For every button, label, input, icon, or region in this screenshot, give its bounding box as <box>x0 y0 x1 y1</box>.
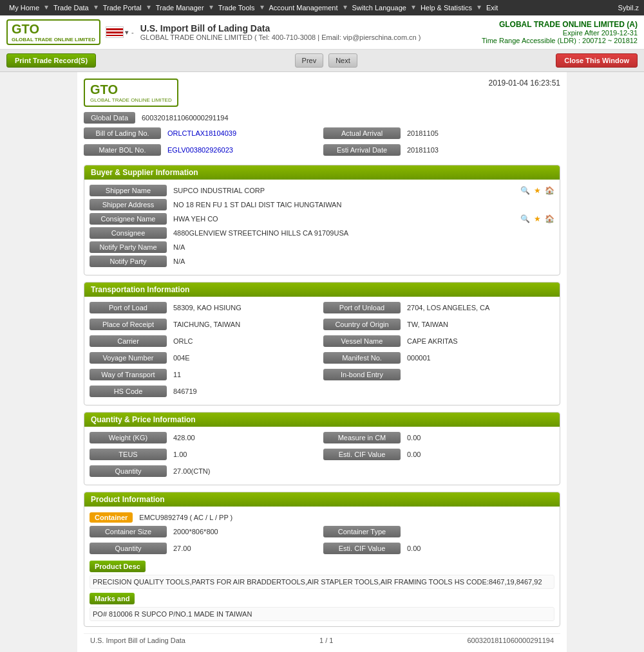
esti-cif-value: 0.00 <box>403 449 554 460</box>
vessel-name-value: CAPE AKRITAS <box>403 335 554 347</box>
header-subtitle: GLOBAL TRADE ONLINE LIMITED ( Tel: 400-7… <box>140 33 482 41</box>
vessel-name-label: Vessel Name <box>323 335 401 347</box>
record-logo-text: GTO <box>90 82 172 97</box>
nav-help-statistics[interactable]: Help & Statistics <box>417 3 476 13</box>
nav-my-home[interactable]: My Home <box>5 3 43 13</box>
account-company: GLOBAL TRADE ONLINE LIMITED (A) <box>482 20 638 29</box>
nav-exit[interactable]: Exit <box>482 3 502 13</box>
container-type-label: Container Type <box>323 526 401 537</box>
quantity-label: Quantity <box>90 465 167 477</box>
product-info-body: Container EMCU9892749 ( AC / L / PP ) Co… <box>84 507 560 626</box>
record-footer-left: U.S. Import Bill of Lading Data <box>90 637 185 644</box>
record-footer-page: 1 / 1 <box>319 637 333 644</box>
header-bar: GTO GLOBAL TRADE ONLINE LIMITED ▾ - U.S.… <box>0 15 644 50</box>
product-quantity-label: Quantity <box>90 543 167 554</box>
nav-trade-manager[interactable]: Trade Manager <box>152 3 208 13</box>
main-content: GTO GLOBAL TRADE ONLINE LIMITED 2019-01-… <box>77 72 567 652</box>
measure-row: Measure in CM 0.00 <box>323 432 554 443</box>
country-origin-label: Country of Origin <box>323 319 401 330</box>
us-flag-icon <box>106 26 124 38</box>
global-data-label: Global Data <box>84 112 135 124</box>
prev-top-button[interactable]: Prev <box>295 53 324 68</box>
esti-arrival-label: Esti Arrival Date <box>323 144 401 156</box>
shipper-name-field: SUPCO INDUSTRIAL CORP 🔍 ★ 🏠 <box>169 185 554 196</box>
marks-label: Marks and <box>90 593 135 604</box>
esti-arrival-value: 20181103 <box>403 144 560 156</box>
port-unload-label: Port of Unload <box>323 302 401 313</box>
container-size-value: 2000*806*800 <box>169 526 321 537</box>
quantity-price-header: Quantity & Price Information <box>84 413 560 427</box>
nav-trade-tools[interactable]: Trade Tools <box>214 3 259 13</box>
email: Email: vip@pierschina.com.cn <box>321 33 417 41</box>
port-load-row: Port of Load 58309, KAO HSIUNG <box>90 302 321 313</box>
record-footer-id: 6003201811060000291194 <box>467 637 554 644</box>
port-unload-value: 2704, LOS ANGELES, CA <box>403 302 554 313</box>
page-title-area: U.S. Import Bill of Lading Data GLOBAL T… <box>134 23 482 41</box>
actual-arrival-row: Actual Arrival 20181105 <box>323 127 560 139</box>
account-expire: Expire After 2019-12-31 <box>482 29 638 37</box>
shipper-home-icon[interactable]: 🏠 <box>545 186 554 195</box>
consignee-name-field: HWA YEH CO 🔍 ★ 🏠 <box>169 213 554 225</box>
consignee-search-icon[interactable]: 🔍 <box>520 214 530 223</box>
marks-area: Marks and PO# 810006 R SUPCO P/NO.1 MADE… <box>90 593 554 621</box>
account-time-range: Time Range Accessible (LDR) : 200712 ~ 2… <box>482 37 638 44</box>
record-footer: U.S. Import Bill of Lading Data 1 / 1 60… <box>84 633 560 647</box>
close-top-button[interactable]: Close This Window <box>556 53 638 68</box>
mater-bol-row: Mater BOL No. EGLV003802926023 <box>84 144 321 156</box>
container-size-label: Container Size <box>90 526 167 537</box>
transportation-header: Transportation Information <box>84 283 560 297</box>
shipper-name-label: Shipper Name <box>90 185 167 196</box>
measure-value: 0.00 <box>403 432 554 443</box>
container-type-row: Container Type <box>323 526 554 537</box>
nav-switch-language[interactable]: Switch Language <box>348 3 410 13</box>
carrier-value: ORLC <box>169 335 321 347</box>
voyage-number-label: Voyage Number <box>90 352 167 364</box>
record-logo: GTO GLOBAL TRADE ONLINE LIMITED <box>84 79 178 107</box>
transportation-section: Transportation Information Port of Load … <box>84 282 560 405</box>
shipper-name-row: Shipper Name SUPCO INDUSTRIAL CORP 🔍 ★ 🏠 <box>90 185 554 196</box>
container-value: EMCU9892749 ( AC / L / PP ) <box>135 512 554 523</box>
nav-account-management[interactable]: Account Management <box>265 3 342 13</box>
consignee-star-icon[interactable]: ★ <box>534 214 541 223</box>
vessel-name-row: Vessel Name CAPE AKRITAS <box>323 335 554 347</box>
hs-code-value: 846719 <box>169 386 554 397</box>
actual-arrival-label: Actual Arrival <box>323 127 401 139</box>
esti-arrival-row: Esti Arrival Date 20181103 <box>323 144 560 156</box>
notify-party-name-value: N/A <box>169 241 554 253</box>
product-info-header: Product Information <box>84 492 560 507</box>
port-unload-row: Port of Unload 2704, LOS ANGELES, CA <box>323 302 554 313</box>
way-transport-label: Way of Transport <box>90 369 167 380</box>
shipper-address-value: NO 18 REN FU 1 ST DALI DIST TAIC HUNGTAI… <box>169 199 554 210</box>
voyage-number-value: 004E <box>169 352 321 364</box>
shipper-star-icon[interactable]: ★ <box>534 186 541 195</box>
flag-dropdown[interactable]: ▾ <box>125 28 129 37</box>
nav-trade-portal[interactable]: Trade Portal <box>99 3 146 13</box>
company-full: GLOBAL TRADE ONLINE LIMITED <box>140 33 252 41</box>
bill-of-lading-value: ORLCTLAX18104039 <box>164 127 321 139</box>
logged-in-user: Sybil.z <box>618 4 639 12</box>
print-top-button[interactable]: Print Trade Record(S) <box>6 53 96 68</box>
consignee-value: 4880GLENVIEW STREETCHINO HILLS CA 91709U… <box>169 227 554 239</box>
flag-area: ▾ - <box>106 26 134 38</box>
shipper-name-value: SUPCO INDUSTRIAL CORP <box>169 185 515 196</box>
product-esti-cif-value: 0.00 <box>403 543 554 554</box>
next-top-button[interactable]: Next <box>328 53 357 68</box>
product-info-section: Product Information Container EMCU989274… <box>84 492 560 627</box>
teus-value: 1.00 <box>169 449 321 460</box>
buyer-supplier-section: Buyer & Supplier Information Shipper Nam… <box>84 165 560 275</box>
quantity-price-section: Quantity & Price Information Weight (KG)… <box>84 412 560 485</box>
hs-code-label: HS Code <box>90 386 167 397</box>
logo-text: GTO <box>12 22 95 37</box>
carrier-label: Carrier <box>90 335 167 347</box>
record-datetime: 2019-01-04 16:23:51 <box>489 79 560 88</box>
top-navigation: My Home ▾ Trade Data ▾ Trade Portal ▾ Tr… <box>0 0 644 15</box>
shipper-search-icon[interactable]: 🔍 <box>520 186 530 195</box>
consignee-home-icon[interactable]: 🏠 <box>545 214 554 223</box>
bill-of-lading-label: Bill of Lading No. <box>84 127 161 139</box>
port-load-value: 58309, KAO HSIUNG <box>169 302 321 313</box>
consignee-name-row: Consignee Name HWA YEH CO 🔍 ★ 🏠 <box>90 213 554 225</box>
nav-trade-data[interactable]: Trade Data <box>50 3 93 13</box>
quantity-price-body: Weight (KG) 428.00 Measure in CM 0.00 TE… <box>84 427 560 485</box>
weight-value: 428.00 <box>169 432 321 443</box>
transportation-body: Port of Load 58309, KAO HSIUNG Port of U… <box>84 297 560 405</box>
